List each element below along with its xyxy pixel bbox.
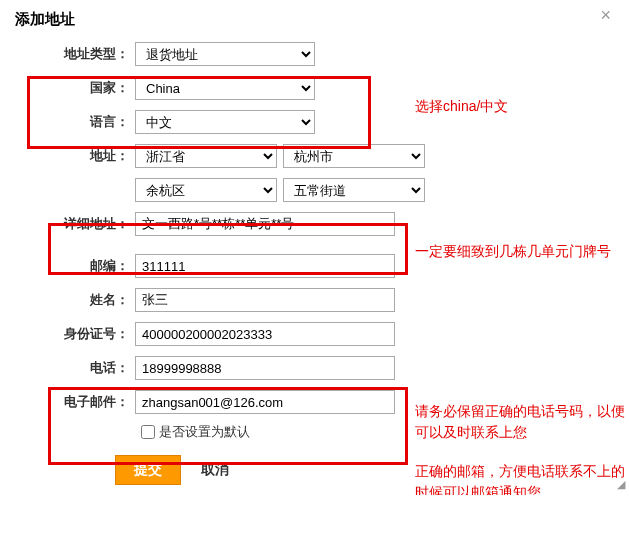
select-province[interactable]: 浙江省 xyxy=(135,144,277,168)
hint-email: 正确的邮箱，方便电话联系不上的时候可以邮箱通知您 xyxy=(415,461,625,495)
label-phone: 电话： xyxy=(15,359,135,377)
label-name: 姓名： xyxy=(15,291,135,309)
input-email[interactable] xyxy=(135,390,395,414)
input-postcode[interactable] xyxy=(135,254,395,278)
label-detail-address: 详细地址： xyxy=(15,215,135,233)
label-address: 地址： xyxy=(15,147,135,165)
checkbox-set-default[interactable] xyxy=(141,425,155,439)
submit-button[interactable]: 提交 xyxy=(115,455,181,485)
cancel-button[interactable]: 取消 xyxy=(201,461,229,479)
resize-handle-icon: ◢ xyxy=(617,478,625,491)
label-address-type: 地址类型： xyxy=(15,45,135,63)
hint-detail-address: 一定要细致到几栋几单元门牌号 xyxy=(415,241,625,262)
input-phone[interactable] xyxy=(135,356,395,380)
dialog-title: 添加地址 xyxy=(15,10,614,29)
label-email: 电子邮件： xyxy=(15,393,135,411)
hint-country-language: 选择china/中文 xyxy=(415,96,625,117)
input-name[interactable] xyxy=(135,288,395,312)
input-detail-address[interactable] xyxy=(135,212,395,236)
close-icon[interactable]: × xyxy=(600,6,611,24)
label-country: 国家： xyxy=(15,79,135,97)
select-country[interactable]: China xyxy=(135,76,315,100)
label-postcode: 邮编： xyxy=(15,257,135,275)
label-id-number: 身份证号： xyxy=(15,325,135,343)
label-language: 语言： xyxy=(15,113,135,131)
hint-phone: 请务必保留正确的电话号码，以便可以及时联系上您 xyxy=(415,401,625,443)
select-street[interactable]: 五常街道 xyxy=(283,178,425,202)
select-language[interactable]: 中文 xyxy=(135,110,315,134)
select-district[interactable]: 余杭区 xyxy=(135,178,277,202)
select-city[interactable]: 杭州市 xyxy=(283,144,425,168)
select-address-type[interactable]: 退货地址 xyxy=(135,42,315,66)
checkbox-set-default-label: 是否设置为默认 xyxy=(159,423,250,441)
input-id-number[interactable] xyxy=(135,322,395,346)
